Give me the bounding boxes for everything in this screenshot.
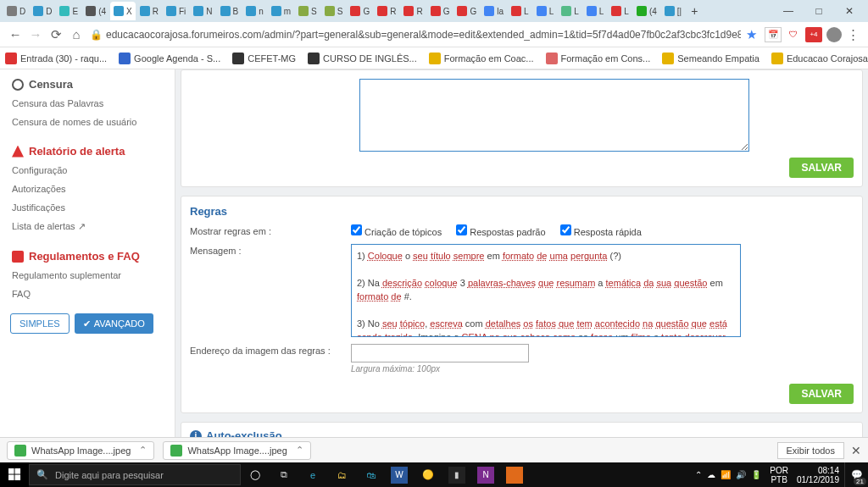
browser-tab[interactable]: n (242, 2, 267, 20)
browser-tab[interactable]: L (533, 2, 558, 20)
tray-notifications[interactable]: 💬21 (844, 462, 868, 487)
browser-menu[interactable]: ⋮ (843, 27, 863, 42)
sidebar-item-censura-palavras[interactable]: Censura das Palavras (0, 94, 175, 113)
bookmark-item[interactable]: Google Agenda - S... (119, 53, 220, 64)
ban-icon (12, 79, 24, 91)
star-icon[interactable]: ★ (741, 27, 761, 42)
ext-icon-1[interactable]: 📅 (765, 27, 782, 42)
browser-tab[interactable]: N (190, 2, 215, 20)
ext-icon-3[interactable]: +4 (805, 27, 822, 42)
browser-tab[interactable]: m (268, 2, 294, 20)
browser-tab[interactable]: G (427, 2, 453, 20)
tray-language[interactable]: PORPTB (766, 466, 792, 484)
rules-message-area[interactable]: 1) Coloque o seu título sempre em format… (351, 244, 741, 337)
cortana-icon[interactable]: ◯ (241, 462, 270, 487)
sidebar-item-regulamento[interactable]: Regulamento suplementar (0, 266, 175, 285)
taskbar-app-edge[interactable]: e (298, 462, 327, 487)
sidebar-item-censura-usuarios[interactable]: Censura de nomes de usuário (0, 113, 175, 131)
taskbar-app-chrome[interactable]: 🟡 (414, 462, 442, 487)
bookmark-item[interactable]: Entrada (30) - raqu... (5, 53, 107, 64)
taskbar-search[interactable]: 🔍 Digite aqui para pesquisar (29, 464, 241, 485)
browser-tab[interactable]: R (374, 2, 399, 20)
download-item-2[interactable]: WhatsApp Image....jpeg⌃ (163, 441, 310, 460)
sidebar-item-faq[interactable]: FAQ (0, 285, 175, 303)
browser-tab[interactable]: B (217, 2, 242, 20)
system-tray[interactable]: ⌃ ☁ 📶 🔊 🔋 (690, 470, 766, 479)
taskbar-app-explorer[interactable]: 🗂 (327, 462, 356, 487)
bookmark-item[interactable]: CEFET-MG (232, 53, 296, 64)
browser-tab[interactable]: X (110, 2, 136, 20)
tray-clock[interactable]: 08:1401/12/2019 (792, 466, 844, 484)
browser-tab[interactable]: L (608, 2, 632, 20)
url-text[interactable]: educacaocorajosa.forumeiros.com/admin/?p… (106, 29, 741, 41)
bookmark-item[interactable]: Semeando Empatia (662, 53, 760, 64)
sidebar-head-faq: Regulamentos e FAQ (0, 245, 175, 266)
tray-onedrive-icon[interactable]: ☁ (707, 470, 715, 479)
window-maximize[interactable]: □ (804, 5, 834, 17)
bookmark-item[interactable]: Formação em Coac... (429, 53, 534, 64)
tray-chevron-icon[interactable]: ⌃ (695, 470, 702, 479)
close-downloads-bar[interactable]: ✕ (851, 444, 861, 457)
taskbar-app-word[interactable]: W (391, 467, 408, 484)
rules-image-input[interactable] (351, 344, 529, 362)
browser-tab[interactable]: la (481, 2, 507, 20)
sidebar-item-config[interactable]: Configuração (0, 161, 175, 180)
sidebar-item-justificacoes[interactable]: Justificações (0, 198, 175, 217)
browser-tab[interactable]: G (453, 2, 480, 20)
tray-wifi-icon[interactable]: 📶 (721, 470, 731, 479)
browser-tab[interactable]: Fi (163, 2, 189, 20)
label-show-rules: Mostrar regras em : (190, 224, 351, 236)
browser-tab[interactable]: R (136, 2, 162, 20)
browser-tab[interactable]: G (347, 2, 373, 20)
download-item-1[interactable]: WhatsApp Image....jpeg⌃ (7, 441, 154, 460)
tray-volume-icon[interactable]: 🔊 (736, 470, 746, 479)
window-close[interactable]: ✕ (834, 5, 865, 17)
nav-back[interactable]: ← (5, 27, 25, 42)
sidebar-item-autorizacoes[interactable]: Autorizações (0, 180, 175, 198)
browser-tab[interactable]: S (321, 2, 347, 20)
bookmark-item[interactable]: Educacao Corajosa (771, 53, 868, 64)
lock-icon: 🔒 (90, 29, 103, 41)
window-minimize[interactable]: — (773, 5, 804, 17)
browser-tab[interactable]: L (558, 2, 582, 20)
browser-tab[interactable]: L (508, 2, 532, 20)
save-button-regras[interactable]: SALVAR (789, 384, 854, 404)
address-bar: ← → ⟳ ⌂ 🔒 educacaocorajosa.forumeiros.co… (0, 22, 868, 47)
tray-battery-icon[interactable]: 🔋 (751, 470, 761, 479)
chk-respostas-padrao[interactable]: Respostas padrão (456, 227, 545, 237)
browser-tab[interactable]: [| (661, 2, 685, 20)
sidebar-item-lista-alertas[interactable]: Lista de alertas ↗ (0, 217, 175, 236)
nav-forward[interactable]: → (25, 27, 46, 42)
browser-tab[interactable]: D (3, 2, 29, 20)
new-tab-button[interactable]: + (686, 4, 703, 18)
chk-resposta-rapida[interactable]: Resposta rápida (560, 227, 642, 237)
top-textarea[interactable] (359, 79, 749, 152)
profile-avatar[interactable] (826, 27, 843, 42)
nav-reload[interactable]: ⟳ (46, 27, 66, 42)
admin-sidebar: Censura Censura das Palavras Censura de … (0, 69, 175, 443)
browser-tab[interactable]: D (30, 2, 55, 20)
browser-tab[interactable]: (4 (633, 2, 660, 20)
browser-tab[interactable]: R (400, 2, 426, 20)
taskbar-app-onenote[interactable]: N (477, 467, 494, 484)
ext-icon-2[interactable]: 🛡 (785, 27, 802, 42)
bookmark-item[interactable]: Formação em Cons... (546, 53, 651, 64)
browser-tab[interactable]: E (56, 2, 81, 20)
mode-simples-button[interactable]: SIMPLES (10, 313, 70, 334)
taskbar-app-cmd[interactable]: ▮ (448, 467, 465, 484)
browser-tab[interactable]: S (295, 2, 320, 20)
taskbar-app-other[interactable] (506, 467, 523, 484)
browser-tab[interactable]: (4 (82, 2, 109, 20)
chk-criacao-topicos[interactable]: Criação de tópicos (351, 227, 442, 237)
save-button-top[interactable]: SALVAR (789, 158, 854, 178)
start-button[interactable] (0, 462, 29, 487)
chevron-up-icon: ⌃ (139, 445, 147, 456)
browser-tab[interactable]: L (583, 2, 608, 20)
taskview-icon[interactable]: ⧉ (270, 462, 298, 487)
search-icon: 🔍 (36, 469, 48, 480)
show-all-downloads[interactable]: Exibir todos (777, 442, 844, 459)
taskbar-app-store[interactable]: 🛍 (356, 462, 385, 487)
bookmark-item[interactable]: CURSO DE INGLÊS... (308, 53, 417, 64)
mode-avancado-button[interactable]: ✔AVANÇADO (75, 313, 153, 334)
nav-home[interactable]: ⌂ (66, 27, 86, 42)
